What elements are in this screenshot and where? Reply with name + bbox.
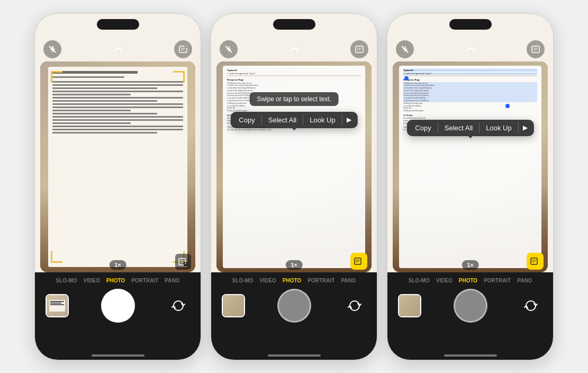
chevron-btn-1[interactable]: [109, 40, 127, 58]
photo-thumbnail-2[interactable]: [222, 294, 245, 317]
book-page-1: [48, 67, 187, 267]
shutter-btn-1[interactable]: [101, 289, 135, 323]
context-toolbar-2: Copy Select All Look Up ▶: [230, 112, 357, 128]
mode-video-3[interactable]: VIDEO: [436, 278, 453, 283]
text-scan-btn-2[interactable]: [350, 253, 367, 270]
mode-slomo-3[interactable]: SLO-MO: [409, 278, 430, 283]
live-text-btn-1[interactable]: [174, 40, 192, 58]
zoom-indicator-2[interactable]: 1×: [285, 260, 303, 270]
mode-portrait-1[interactable]: PORTRAIT: [131, 278, 158, 283]
toolbar-more-btn-2[interactable]: ▶: [342, 112, 356, 128]
live-text-btn-3[interactable]: [527, 40, 545, 58]
top-controls-3: [387, 40, 553, 58]
photo-thumbnail-3[interactable]: [398, 294, 421, 317]
camera-modes-1: SLO-MO VIDEO PHOTO PORTRAIT PANO: [35, 272, 201, 287]
scan-corner-bl-1: [51, 251, 62, 263]
mode-video-2[interactable]: VIDEO: [260, 278, 276, 283]
flip-btn-1[interactable]: [167, 294, 190, 317]
mode-photo-1[interactable]: PHOTO: [106, 278, 125, 283]
book-bg-1: [40, 61, 195, 272]
look-up-btn-2[interactable]: Look Up: [303, 112, 341, 128]
home-indicator-3: [444, 354, 497, 357]
context-toolbar-3: Copy Select All Look Up ▶: [406, 120, 533, 136]
home-indicator-2: [268, 354, 321, 357]
chevron-btn-2[interactable]: [285, 40, 303, 58]
top-controls-2: [211, 40, 377, 58]
camera-bottom-2: SLO-MO VIDEO PHOTO PORTRAIT PANO: [211, 272, 377, 360]
selection-hint-2: Swipe or tap to select text.: [249, 92, 339, 106]
svg-rect-16: [355, 258, 361, 264]
dynamic-island-2: [273, 19, 315, 30]
scan-corner-tr-1: [173, 71, 185, 83]
viewfinder-1: [40, 61, 195, 272]
text-scan-btn-3[interactable]: [527, 253, 544, 270]
camera-controls-row-1: [35, 287, 201, 325]
svg-rect-13: [356, 46, 363, 52]
shutter-btn-3[interactable]: [454, 289, 487, 323]
flash-btn-3[interactable]: [396, 40, 414, 58]
camera-bottom-1: SLO-MO VIDEO PHOTO PORTRAIT PANO: [35, 272, 201, 360]
select-all-btn-2[interactable]: Select All: [262, 112, 303, 128]
copy-btn-2[interactable]: Copy: [232, 112, 261, 128]
live-text-btn-2[interactable]: [350, 40, 368, 58]
camera-bottom-3: SLO-MO VIDEO PHOTO PORTRAIT PANO: [387, 272, 553, 360]
mode-portrait-2[interactable]: PORTRAIT: [307, 278, 334, 283]
zoom-indicator-1[interactable]: 1×: [109, 260, 126, 270]
select-all-btn-3[interactable]: Select All: [438, 120, 479, 136]
phone-1: 1× SLO-MO VIDEO PHOTO PORTRAIT PANO: [34, 13, 201, 360]
camera-modes-3: SLO-MO VIDEO PHOTO PORTRAIT PANO: [387, 272, 553, 287]
svg-rect-23: [531, 258, 537, 264]
camera-controls-row-3: [387, 287, 553, 325]
look-up-btn-3[interactable]: Look Up: [480, 120, 518, 136]
zoom-indicator-3[interactable]: 1×: [462, 260, 479, 270]
phone-3: Copy Select All Look Up ▶ Tagliatelle 1 …: [387, 13, 554, 360]
mode-photo-3[interactable]: PHOTO: [459, 278, 477, 283]
flash-btn-1[interactable]: [43, 40, 61, 58]
svg-rect-20: [532, 46, 539, 52]
mode-pano-3[interactable]: PANO: [517, 278, 532, 283]
phones-container: 1× SLO-MO VIDEO PHOTO PORTRAIT PANO: [24, 3, 564, 371]
flash-btn-2[interactable]: [220, 40, 238, 58]
camera-controls-row-2: [211, 287, 377, 325]
mode-photo-2[interactable]: PHOTO: [283, 278, 301, 283]
flip-btn-3[interactable]: [519, 294, 542, 317]
copy-btn-3[interactable]: Copy: [409, 120, 437, 136]
mode-pano-1[interactable]: PANO: [165, 278, 179, 283]
mode-pano-2[interactable]: PANO: [341, 278, 356, 283]
dynamic-island-3: [449, 19, 492, 30]
phone-2: Swipe or tap to select text. Copy Select…: [211, 13, 377, 360]
book-bg-3: Tagliatelle 1 × packet dried eggs throug…: [393, 61, 548, 272]
mode-slomo-2[interactable]: SLO-MO: [232, 278, 254, 283]
shutter-btn-2[interactable]: [277, 289, 311, 323]
camera-modes-2: SLO-MO VIDEO PHOTO PORTRAIT PANO: [211, 272, 377, 287]
mode-slomo-1[interactable]: SLO-MO: [56, 278, 77, 283]
mode-video-1[interactable]: VIDEO: [84, 278, 100, 283]
top-controls-1: [35, 40, 201, 58]
viewfinder-3: Tagliatelle 1 × packet dried eggs throug…: [393, 61, 548, 272]
dynamic-island-1: [97, 19, 139, 30]
mode-portrait-3[interactable]: PORTRAIT: [484, 278, 511, 283]
chevron-btn-3[interactable]: [462, 40, 480, 58]
scan-corner-tl-1: [51, 71, 62, 83]
home-indicator-1: [92, 354, 144, 357]
text-scan-btn-1[interactable]: [175, 254, 191, 270]
flip-btn-2[interactable]: [343, 294, 366, 317]
photo-thumbnail-1[interactable]: [46, 294, 69, 317]
toolbar-more-btn-3[interactable]: ▶: [519, 120, 532, 136]
